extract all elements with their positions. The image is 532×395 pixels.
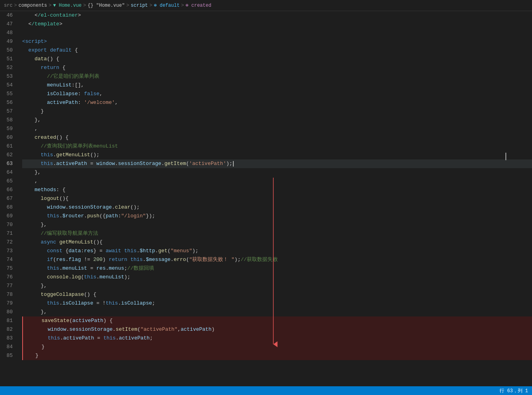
line-number: 48 (0, 29, 16, 37)
code-line: created() { (22, 133, 532, 142)
line-number: 61 (0, 142, 16, 151)
code-line: <script> (22, 37, 532, 46)
code-line: this.getMenuList(); (22, 151, 532, 159)
code-line: this.isCollapse = !this.isCollapse; (22, 299, 532, 308)
code-line: isCollapse: false, (22, 90, 532, 98)
code-line: }, (22, 308, 532, 316)
code-line (22, 29, 532, 37)
code-line: data() { (22, 55, 532, 63)
line-number: 62 (0, 151, 16, 159)
code-editor[interactable]: 4647484950515253545556575859606162636465… (0, 11, 532, 386)
line-number: 50 (0, 46, 16, 55)
code-line: export default { (22, 46, 532, 55)
breadcrumb-default[interactable]: ⊕ default (154, 2, 180, 8)
code-line: toggeCollapase() { (22, 290, 532, 299)
line-number: 80 (0, 308, 16, 316)
line-number: 83 (0, 334, 16, 343)
line-number: 58 (0, 116, 16, 125)
code-line: if(res.flag != 200) return this.$message… (22, 255, 532, 264)
line-number: 60 (0, 133, 16, 142)
line-number: 49 (0, 37, 16, 46)
breadcrumb-components[interactable]: components (19, 3, 47, 8)
line-number: 76 (0, 273, 16, 282)
code-line: async getMenuList(){ (22, 238, 532, 247)
code-line: window.sessionStorage.clear(); (22, 203, 532, 212)
code-line: this.menuList = res.menus;//数据回填 (22, 264, 532, 273)
line-number: 51 (0, 55, 16, 63)
code-line: activePath: '/welcome', (22, 98, 532, 107)
code-line: const {data:res} = await this.$http.get(… (22, 247, 532, 255)
code-line: console.log(this.menuList); (22, 273, 532, 282)
code-line: , (22, 177, 532, 186)
line-number: 53 (0, 72, 16, 81)
line-numbers: 4647484950515253545556575859606162636465… (0, 11, 21, 386)
line-number: 82 (0, 325, 16, 334)
code-line: , (22, 125, 532, 133)
line-number: 68 (0, 203, 16, 212)
code-line: this.activePath = this.activePath; (22, 334, 532, 343)
line-number: 84 (0, 343, 16, 351)
code-line: this.activePath = window.sessionStorage.… (22, 159, 532, 168)
line-number: 57 (0, 107, 16, 116)
line-number: 70 (0, 221, 16, 229)
status-bar: 行 63，列 1 (0, 386, 532, 395)
line-number: 56 (0, 98, 16, 107)
code-line: this.$router.push({path:"/login"}); (22, 212, 532, 221)
line-number: 46 (0, 11, 16, 20)
line-number: 64 (0, 168, 16, 177)
code-line: } (22, 351, 532, 360)
line-number: 54 (0, 81, 16, 90)
code-line: window.sessionStorage.setItem("activePat… (22, 325, 532, 334)
line-number: 59 (0, 125, 16, 133)
code-line: } (22, 107, 532, 116)
code-line: logout(){ (22, 194, 532, 203)
code-line: } (22, 343, 532, 351)
line-number: 65 (0, 177, 16, 186)
code-line: }, (22, 221, 532, 229)
line-number: 71 (0, 229, 16, 238)
cursor-position: 行 63，列 1 (500, 387, 528, 394)
line-number: 81 (0, 316, 16, 325)
line-number: 63 (0, 159, 16, 168)
line-number: 73 (0, 247, 16, 255)
code-line: }, (22, 116, 532, 125)
breadcrumb-home-vue[interactable]: ▼ Home.vue (53, 3, 82, 8)
code-line: //它是咱们的菜单列表 (22, 72, 532, 81)
line-number: 47 (0, 20, 16, 29)
breadcrumb-script[interactable]: script (131, 3, 148, 8)
code-line: menuList:[], (22, 81, 532, 90)
code-line: //编写获取导航菜单方法 (22, 229, 532, 238)
breadcrumb-src: src (4, 3, 13, 8)
line-number: 67 (0, 194, 16, 203)
line-number: 85 (0, 351, 16, 360)
code-line: methods: { (22, 186, 532, 194)
line-number: 75 (0, 264, 16, 273)
line-number: 78 (0, 290, 16, 299)
code-line: </template> (22, 20, 532, 29)
code-line: //查询我们的菜单列表menuList (22, 142, 532, 151)
code-line: }, (22, 282, 532, 290)
line-number: 79 (0, 299, 16, 308)
code-line: </el-container> (22, 11, 532, 20)
line-number: 66 (0, 186, 16, 194)
line-number: 77 (0, 282, 16, 290)
line-number: 55 (0, 90, 16, 98)
code-content[interactable]: </el-container> </template><script> expo… (21, 11, 532, 386)
breadcrumb-created[interactable]: ⊕ created (186, 2, 212, 8)
line-number: 52 (0, 63, 16, 72)
line-number: 74 (0, 255, 16, 264)
breadcrumb-home-vue-obj[interactable]: {} "Home.vue" (88, 3, 125, 8)
code-line: saveState(activePath) { (22, 316, 532, 325)
line-number: 69 (0, 212, 16, 221)
line-number: 72 (0, 238, 16, 247)
code-line: return { (22, 63, 532, 72)
breadcrumb: src > components > ▼ Home.vue > {} "Home… (0, 0, 532, 11)
code-line: }, (22, 168, 532, 177)
